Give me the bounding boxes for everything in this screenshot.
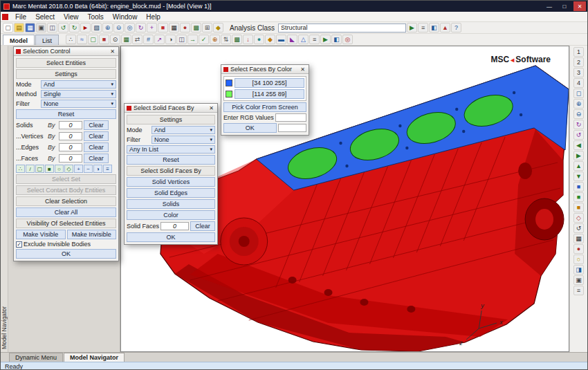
menu-file[interactable]: File <box>11 12 30 21</box>
ok-button[interactable]: OK <box>16 249 116 259</box>
zoom-out-icon[interactable]: ⊖ <box>113 23 124 33</box>
wireframe-view-icon[interactable]: ▦ <box>573 234 584 243</box>
contact-icon[interactable]: ◣ <box>287 35 297 44</box>
clip-plane-icon[interactable]: ◨ <box>573 265 584 275</box>
fill-view-icon[interactable]: ■ <box>158 23 168 33</box>
pick-solids-icon[interactable]: ■ <box>45 165 54 173</box>
shaded-icon[interactable]: ● <box>180 23 190 33</box>
vertices-count-field[interactable]: 0 <box>59 132 82 140</box>
view-1-icon[interactable]: 1 <box>573 47 584 57</box>
menu-window[interactable]: Window <box>109 12 142 21</box>
front-boss[interactable] <box>221 218 268 265</box>
zoom-out-icon[interactable]: ⊖ <box>573 109 584 119</box>
menu-help[interactable]: Help <box>142 12 165 21</box>
solid-faces-count-field[interactable]: 0 <box>160 222 189 230</box>
menu-view[interactable]: View <box>59 12 83 21</box>
duplicate-icon[interactable]: ◫ <box>176 35 187 44</box>
shaded-view-icon[interactable]: ● <box>573 244 584 254</box>
solid-edges-button[interactable]: Solid Edges <box>127 188 215 198</box>
zoom-box-icon[interactable]: ◻ <box>573 89 584 98</box>
view-4-icon[interactable]: 4 <box>573 78 584 88</box>
close-icon[interactable]: ✕ <box>299 66 306 73</box>
filter-list-select[interactable]: Any In List▾ <box>127 145 215 154</box>
rotate-ccw-icon[interactable]: ↺ <box>573 130 584 140</box>
reset-button[interactable]: Reset <box>127 155 215 165</box>
pan-left-icon[interactable]: ◀ <box>573 140 584 150</box>
plot-history-icon[interactable]: ▲ <box>440 23 450 33</box>
make-visible-button[interactable]: Make Visible <box>16 230 66 239</box>
side-view-icon[interactable]: ■ <box>573 203 584 212</box>
material-properties-icon[interactable]: ◆ <box>265 35 275 44</box>
box-select-icon[interactable]: ▧ <box>91 23 102 33</box>
menu-select[interactable]: Select <box>31 12 59 21</box>
help-icon[interactable]: ? <box>451 23 461 33</box>
jobs-icon[interactable]: ▶ <box>320 35 331 44</box>
ok-button[interactable]: OK <box>127 232 215 242</box>
lighting-icon[interactable]: ○ <box>573 255 584 264</box>
blue-rgb-button[interactable]: [34 100 255] <box>235 78 304 88</box>
solid-faces-titlebar[interactable]: Select Solid Faces By ✕ <box>125 104 217 113</box>
zoom-in-icon[interactable]: ⊕ <box>102 23 113 33</box>
pick-faces-icon[interactable]: ▢ <box>35 165 44 173</box>
monitor-job-icon[interactable]: ≡ <box>418 23 428 33</box>
add-to-list-icon[interactable]: + <box>74 165 83 173</box>
sweep-icon[interactable]: ⇄ <box>132 35 143 44</box>
solids-clear-button[interactable]: Clear <box>84 120 109 130</box>
snapshot-icon[interactable]: ▣ <box>573 275 584 285</box>
check-elements-icon[interactable]: ✓ <box>199 35 209 44</box>
filter-select[interactable]: None▾ <box>41 100 116 108</box>
edges-count-field[interactable]: 0 <box>59 143 82 151</box>
pick-color-button[interactable]: Pick Color From Screen <box>223 102 306 112</box>
geometry-points-icon[interactable]: ∴ <box>66 35 76 44</box>
mesh-elements-icon[interactable]: ▦ <box>121 35 131 44</box>
geometric-properties-icon[interactable]: ▬ <box>276 35 286 44</box>
exclude-invisible-checkbox[interactable]: ✓ <box>16 241 22 248</box>
solid-vertices-button[interactable]: Solid Vertices <box>127 177 215 187</box>
results-icon[interactable]: ◧ <box>331 35 342 44</box>
analysis-class-value[interactable]: Structural <box>278 24 406 33</box>
selection-control-titlebar[interactable]: Selection Control ✕ <box>14 47 118 56</box>
view-2-icon[interactable]: 2 <box>573 57 584 67</box>
loadcases-icon[interactable]: ≡ <box>309 35 320 44</box>
undo-icon[interactable]: ↺ <box>58 23 68 33</box>
method-select[interactable]: Single▾ <box>41 90 116 98</box>
pan-right-icon[interactable]: ▶ <box>573 151 584 160</box>
automesh-icon[interactable]: ▩ <box>232 35 242 44</box>
settings-icon[interactable]: ≡ <box>573 286 584 295</box>
maximize-button[interactable]: □ <box>558 1 571 11</box>
symmetry-icon[interactable]: ◑ <box>165 35 176 44</box>
model-navigator-vertical-label[interactable]: Model Navigator <box>1 306 8 349</box>
close-icon[interactable]: ✕ <box>208 105 215 111</box>
faces-clear-button[interactable]: Clear <box>84 154 109 163</box>
redo-icon[interactable]: ↻ <box>69 23 80 33</box>
open-results-icon[interactable]: ◧ <box>429 23 439 33</box>
boundary-conditions-icon[interactable]: ↓ <box>243 35 253 44</box>
rgb-values-field[interactable] <box>275 113 306 122</box>
clear-all-button[interactable]: Clear All <box>16 207 116 217</box>
filter-select[interactable]: None▾ <box>151 136 215 144</box>
iso-view-icon[interactable]: ◇ <box>573 213 584 223</box>
open-file-icon[interactable]: ▤ <box>14 23 24 33</box>
copy-icon[interactable]: ◫ <box>47 23 57 33</box>
solids-count-field[interactable]: 0 <box>59 121 82 129</box>
close-button[interactable]: ✕ <box>573 1 586 11</box>
pan-up-icon[interactable]: ▲ <box>573 161 584 171</box>
attach-icon[interactable]: ⊕ <box>210 35 220 44</box>
ok-button[interactable]: OK <box>223 123 277 133</box>
pick-loop-icon[interactable]: ○ <box>55 165 64 173</box>
move-icon[interactable]: → <box>187 35 198 44</box>
tab-model-navigator[interactable]: Model Navigator <box>64 353 125 362</box>
submit-job-icon[interactable]: ▶ <box>407 23 417 33</box>
vertices-clear-button[interactable]: Clear <box>84 131 109 141</box>
geometry-surfaces-icon[interactable]: ▢ <box>88 35 98 44</box>
adaptivity-icon[interactable]: △ <box>298 35 309 44</box>
zoom-in-icon[interactable]: ⊕ <box>573 99 584 109</box>
mesh-icon[interactable]: ▩ <box>191 23 201 33</box>
rotate-cw-icon[interactable]: ↻ <box>573 120 584 129</box>
wireframe-icon[interactable]: ▦ <box>169 23 179 33</box>
view-3-icon[interactable]: 3 <box>573 68 584 77</box>
expand-icon[interactable]: ↗ <box>154 35 165 44</box>
faces-by-color-titlebar[interactable]: Select Faces By Color ✕ <box>221 65 309 74</box>
save-file-icon[interactable]: ▦ <box>25 23 35 33</box>
mode-select[interactable]: And▾ <box>41 80 116 89</box>
